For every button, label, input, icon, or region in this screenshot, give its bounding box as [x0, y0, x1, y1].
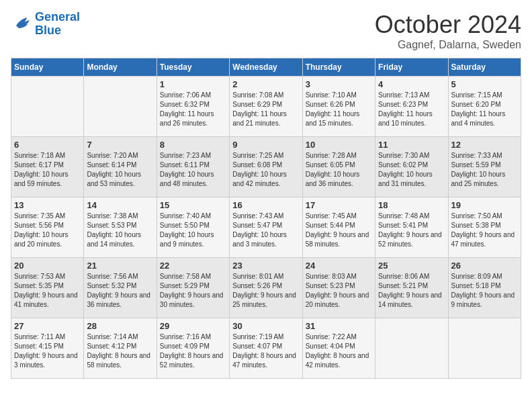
- calendar-header-row: Sunday Monday Tuesday Wednesday Thursday…: [11, 58, 521, 77]
- calendar-cell-w1-d5: 3Sunrise: 7:10 AM Sunset: 6:26 PM Daylig…: [302, 77, 375, 137]
- day-info: Sunrise: 7:43 AM Sunset: 5:47 PM Dayligh…: [232, 212, 299, 249]
- calendar-cell-w4-d2: 21Sunrise: 7:56 AM Sunset: 5:32 PM Dayli…: [84, 258, 157, 318]
- header-friday: Friday: [375, 58, 448, 77]
- day-info: Sunrise: 8:06 AM Sunset: 5:21 PM Dayligh…: [378, 272, 445, 310]
- calendar-cell-w5-d7: [448, 318, 521, 379]
- day-info: Sunrise: 7:38 AM Sunset: 5:53 PM Dayligh…: [87, 212, 153, 249]
- day-number: 28: [87, 321, 153, 331]
- calendar-cell-w3-d7: 19Sunrise: 7:50 AM Sunset: 5:38 PM Dayli…: [448, 197, 521, 258]
- day-number: 5: [451, 79, 518, 89]
- header-wednesday: Wednesday: [230, 58, 302, 77]
- header-monday: Monday: [84, 58, 157, 77]
- day-info: Sunrise: 7:23 AM Sunset: 6:11 PM Dayligh…: [160, 151, 226, 189]
- calendar-cell-w4-d6: 25Sunrise: 8:06 AM Sunset: 5:21 PM Dayli…: [375, 258, 448, 318]
- day-info: Sunrise: 7:30 AM Sunset: 6:02 PM Dayligh…: [378, 151, 445, 189]
- day-info: Sunrise: 7:48 AM Sunset: 5:41 PM Dayligh…: [378, 212, 445, 249]
- day-number: 30: [232, 321, 299, 331]
- header-saturday: Saturday: [448, 58, 521, 77]
- day-info: Sunrise: 7:45 AM Sunset: 5:44 PM Dayligh…: [306, 212, 372, 249]
- day-info: Sunrise: 8:01 AM Sunset: 5:26 PM Dayligh…: [232, 272, 299, 310]
- day-number: 23: [232, 261, 299, 271]
- day-number: 14: [87, 200, 153, 210]
- logo-line1: General: [35, 10, 80, 24]
- title-area: October 2024 Gagnef, Dalarna, Sweden: [375, 11, 521, 51]
- calendar-cell-w5-d2: 28Sunrise: 7:14 AM Sunset: 4:12 PM Dayli…: [84, 318, 157, 379]
- day-number: 8: [160, 140, 226, 150]
- calendar-cell-w1-d4: 2Sunrise: 7:08 AM Sunset: 6:29 PM Daylig…: [230, 77, 302, 137]
- day-number: 12: [451, 140, 518, 150]
- day-number: 2: [232, 79, 299, 89]
- header-sunday: Sunday: [11, 58, 84, 77]
- day-info: Sunrise: 7:40 AM Sunset: 5:50 PM Dayligh…: [160, 212, 226, 249]
- calendar-cell-w3-d2: 14Sunrise: 7:38 AM Sunset: 5:53 PM Dayli…: [84, 197, 157, 258]
- calendar-cell-w1-d6: 4Sunrise: 7:13 AM Sunset: 6:23 PM Daylig…: [375, 77, 448, 137]
- calendar-cell-w1-d3: 1Sunrise: 7:06 AM Sunset: 6:32 PM Daylig…: [157, 77, 229, 137]
- calendar-cell-w3-d5: 17Sunrise: 7:45 AM Sunset: 5:44 PM Dayli…: [302, 197, 375, 258]
- header: General Blue October 2024 Gagnef, Dalarn…: [11, 11, 521, 51]
- day-number: 7: [87, 140, 153, 150]
- calendar-cell-w5-d4: 30Sunrise: 7:19 AM Sunset: 4:07 PM Dayli…: [230, 318, 302, 379]
- day-number: 20: [14, 261, 81, 271]
- calendar-cell-w4-d1: 20Sunrise: 7:53 AM Sunset: 5:35 PM Dayli…: [11, 258, 84, 318]
- calendar-cell-w2-d5: 10Sunrise: 7:28 AM Sunset: 6:05 PM Dayli…: [302, 137, 375, 197]
- calendar-cell-w2-d3: 8Sunrise: 7:23 AM Sunset: 6:11 PM Daylig…: [157, 137, 229, 197]
- logo: General Blue: [11, 11, 80, 38]
- day-info: Sunrise: 7:14 AM Sunset: 4:12 PM Dayligh…: [87, 332, 153, 370]
- day-number: 18: [378, 200, 445, 210]
- day-info: Sunrise: 7:22 AM Sunset: 4:04 PM Dayligh…: [306, 332, 372, 370]
- logo-text: General Blue: [35, 11, 80, 38]
- day-number: 26: [451, 261, 518, 271]
- day-number: 10: [306, 140, 372, 150]
- day-info: Sunrise: 8:09 AM Sunset: 5:18 PM Dayligh…: [451, 272, 518, 310]
- calendar-cell-w4-d4: 23Sunrise: 8:01 AM Sunset: 5:26 PM Dayli…: [230, 258, 302, 318]
- calendar-cell-w5-d3: 29Sunrise: 7:16 AM Sunset: 4:09 PM Dayli…: [157, 318, 229, 379]
- day-info: Sunrise: 7:06 AM Sunset: 6:32 PM Dayligh…: [160, 91, 226, 128]
- calendar-cell-w3-d6: 18Sunrise: 7:48 AM Sunset: 5:41 PM Dayli…: [375, 197, 448, 258]
- day-number: 29: [160, 321, 226, 331]
- day-number: 17: [306, 200, 372, 210]
- day-info: Sunrise: 7:16 AM Sunset: 4:09 PM Dayligh…: [160, 332, 226, 370]
- calendar-week-4: 20Sunrise: 7:53 AM Sunset: 5:35 PM Dayli…: [11, 258, 521, 318]
- day-number: 1: [160, 79, 226, 89]
- day-number: 9: [232, 140, 299, 150]
- day-number: 21: [87, 261, 153, 271]
- calendar-cell-w4-d7: 26Sunrise: 8:09 AM Sunset: 5:18 PM Dayli…: [448, 258, 521, 318]
- day-info: Sunrise: 7:33 AM Sunset: 5:59 PM Dayligh…: [451, 151, 518, 189]
- calendar-week-5: 27Sunrise: 7:11 AM Sunset: 4:15 PM Dayli…: [11, 318, 521, 379]
- calendar-cell-w4-d3: 22Sunrise: 7:58 AM Sunset: 5:29 PM Dayli…: [157, 258, 229, 318]
- calendar-cell-w1-d1: [11, 77, 84, 137]
- day-info: Sunrise: 7:18 AM Sunset: 6:17 PM Dayligh…: [14, 151, 81, 189]
- day-info: Sunrise: 7:58 AM Sunset: 5:29 PM Dayligh…: [160, 272, 226, 310]
- day-number: 16: [232, 200, 299, 210]
- day-info: Sunrise: 7:28 AM Sunset: 6:05 PM Dayligh…: [306, 151, 372, 189]
- day-number: 3: [306, 79, 372, 89]
- calendar-cell-w2-d1: 6Sunrise: 7:18 AM Sunset: 6:17 PM Daylig…: [11, 137, 84, 197]
- calendar-cell-w2-d6: 11Sunrise: 7:30 AM Sunset: 6:02 PM Dayli…: [375, 137, 448, 197]
- day-number: 13: [14, 200, 81, 210]
- calendar-cell-w5-d1: 27Sunrise: 7:11 AM Sunset: 4:15 PM Dayli…: [11, 318, 84, 379]
- calendar-cell-w5-d6: [375, 318, 448, 379]
- calendar-week-3: 13Sunrise: 7:35 AM Sunset: 5:56 PM Dayli…: [11, 197, 521, 258]
- header-thursday: Thursday: [302, 58, 375, 77]
- calendar-cell-w3-d3: 15Sunrise: 7:40 AM Sunset: 5:50 PM Dayli…: [157, 197, 229, 258]
- calendar-cell-w1-d7: 5Sunrise: 7:15 AM Sunset: 6:20 PM Daylig…: [448, 77, 521, 137]
- day-info: Sunrise: 7:08 AM Sunset: 6:29 PM Dayligh…: [232, 91, 299, 128]
- day-info: Sunrise: 7:50 AM Sunset: 5:38 PM Dayligh…: [451, 212, 518, 249]
- calendar-cell-w5-d5: 31Sunrise: 7:22 AM Sunset: 4:04 PM Dayli…: [302, 318, 375, 379]
- day-number: 31: [306, 321, 372, 331]
- day-number: 4: [378, 79, 445, 89]
- day-info: Sunrise: 7:56 AM Sunset: 5:32 PM Dayligh…: [87, 272, 153, 310]
- day-info: Sunrise: 7:13 AM Sunset: 6:23 PM Dayligh…: [378, 91, 445, 128]
- logo-icon: [11, 15, 32, 34]
- day-number: 6: [14, 140, 81, 150]
- calendar-week-2: 6Sunrise: 7:18 AM Sunset: 6:17 PM Daylig…: [11, 137, 521, 197]
- day-number: 25: [378, 261, 445, 271]
- day-info: Sunrise: 7:10 AM Sunset: 6:26 PM Dayligh…: [306, 91, 372, 128]
- day-number: 22: [160, 261, 226, 271]
- day-info: Sunrise: 7:25 AM Sunset: 6:08 PM Dayligh…: [232, 151, 299, 189]
- calendar-cell-w1-d2: [84, 77, 157, 137]
- calendar-cell-w4-d5: 24Sunrise: 8:03 AM Sunset: 5:23 PM Dayli…: [302, 258, 375, 318]
- calendar-cell-w2-d2: 7Sunrise: 7:20 AM Sunset: 6:14 PM Daylig…: [84, 137, 157, 197]
- calendar-cell-w3-d1: 13Sunrise: 7:35 AM Sunset: 5:56 PM Dayli…: [11, 197, 84, 258]
- calendar-week-1: 1Sunrise: 7:06 AM Sunset: 6:32 PM Daylig…: [11, 77, 521, 137]
